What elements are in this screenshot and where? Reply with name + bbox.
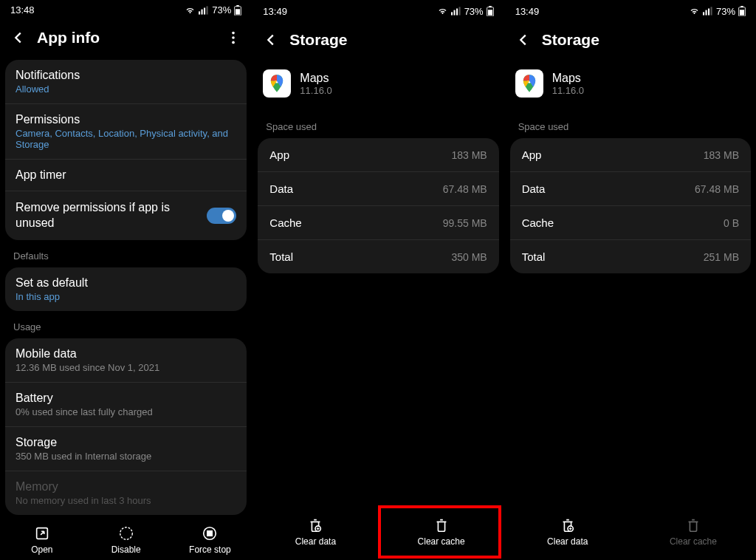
remove-permissions-row[interactable]: Remove permissions if app is unused (5, 191, 247, 240)
storage-value: 350 MB (451, 251, 487, 263)
storage-card: App 183 MB Data 67.48 MB Cache 99.55 MB … (258, 138, 498, 273)
battery-icon (738, 6, 746, 16)
battery-icon (234, 5, 241, 16)
trash-icon (433, 517, 450, 533)
open-button[interactable]: Open (9, 522, 75, 558)
row-sub: No memory used in last 3 hours (16, 495, 236, 506)
storage-value: 67.48 MB (443, 183, 487, 195)
svg-rect-25 (708, 9, 709, 16)
app-name: Maps (300, 72, 331, 85)
signal-icon (199, 6, 209, 15)
clear-data-button[interactable]: Clear data (505, 514, 630, 550)
battery-text: 73% (464, 6, 484, 17)
svg-rect-13 (207, 530, 212, 535)
svg-rect-17 (458, 7, 460, 15)
storage-cache-row: Cache 0 B (510, 206, 751, 240)
app-text: Maps 11.16.0 (300, 72, 331, 96)
open-icon (34, 525, 50, 542)
header: App info (0, 18, 252, 60)
row-sub: 12.36 MB used since Nov 1, 2021 (16, 362, 236, 373)
force-stop-button[interactable]: Force stop (176, 522, 243, 558)
header: Storage (505, 21, 756, 62)
storage-label: App (522, 148, 542, 161)
storage-value: 251 MB (704, 251, 739, 263)
battery-text: 73% (716, 6, 735, 17)
storage-value: 99.55 MB (443, 217, 487, 229)
wifi-icon (437, 7, 448, 16)
status-time: 13:49 (263, 6, 287, 17)
defaults-header: Defaults (0, 240, 252, 267)
trash-icon (560, 517, 576, 533)
storage-value: 183 MB (451, 149, 487, 161)
svg-rect-1 (202, 9, 203, 14)
space-used-header: Space used (505, 111, 756, 138)
svg-rect-29 (740, 10, 744, 15)
memory-row[interactable]: Memory No memory used in last 3 hours (5, 471, 247, 515)
app-info-row: Maps 11.16.0 (505, 62, 756, 111)
storage-data-row: Data 67.48 MB (510, 172, 751, 206)
status-bar: 13:49 73% (505, 0, 756, 21)
app-name: Maps (552, 72, 584, 85)
svg-rect-15 (453, 10, 455, 16)
back-icon[interactable] (10, 30, 27, 46)
clear-data-button[interactable]: Clear data (252, 514, 378, 550)
button-label: Clear cache (418, 536, 465, 547)
app-version: 11.16.0 (300, 85, 331, 96)
svg-rect-16 (456, 9, 458, 16)
svg-point-7 (232, 32, 235, 35)
maps-app-icon (515, 69, 543, 98)
row-label: Notifications (16, 69, 236, 82)
svg-point-8 (232, 36, 235, 39)
mobile-data-row[interactable]: Mobile data 12.36 MB used since Nov 1, 2… (5, 338, 247, 383)
clear-cache-button[interactable]: Clear cache (379, 514, 504, 550)
storage-row[interactable]: Storage 350 MB used in Internal storage (5, 427, 247, 471)
button-label: Clear cache (670, 536, 717, 547)
row-label: Permissions (16, 113, 236, 126)
row-sub: 0% used since last fully charged (16, 406, 236, 417)
storage-total-row: Total 350 MB (258, 240, 498, 273)
back-icon[interactable] (515, 32, 532, 48)
header: Storage (252, 21, 504, 62)
storage-total-row: Total 251 MB (510, 240, 751, 273)
storage-card: App 183 MB Data 67.48 MB Cache 0 B Total… (510, 138, 751, 273)
app-timer-row[interactable]: App timer (5, 160, 247, 191)
more-icon[interactable] (225, 30, 241, 46)
disable-button[interactable]: Disable (93, 522, 159, 558)
notifications-row[interactable]: Notifications Allowed (5, 60, 247, 104)
button-label: Open (31, 544, 52, 555)
screen-storage-after: 13:49 73% Storage Maps 11.16.0 Space use… (504, 0, 756, 560)
signal-icon (703, 7, 713, 16)
storage-value: 183 MB (704, 149, 739, 161)
page-title: App info (37, 29, 215, 47)
settings-card: Notifications Allowed Permissions Camera… (5, 60, 247, 240)
svg-rect-6 (236, 9, 240, 14)
svg-rect-24 (705, 10, 707, 16)
storage-label: Total (269, 250, 293, 263)
button-label: Force stop (189, 544, 231, 555)
svg-rect-3 (207, 6, 208, 14)
button-label: Clear data (547, 536, 588, 547)
bottom-bar: Open Disable Force stop (0, 515, 252, 560)
storage-data-row: Data 67.48 MB (258, 172, 498, 206)
battery-row[interactable]: Battery 0% used since last fully charged (5, 383, 247, 427)
svg-rect-14 (451, 12, 453, 15)
storage-app-row: App 183 MB (510, 138, 751, 172)
wifi-icon (689, 7, 700, 16)
signal-icon (451, 7, 461, 16)
status-right: 73% (437, 6, 494, 17)
storage-value: 0 B (724, 217, 739, 229)
toggle-switch[interactable] (207, 208, 236, 224)
screen-app-info: 13:48 73% App info Notifications Allowed… (0, 0, 252, 560)
storage-app-row: App 183 MB (258, 138, 498, 172)
svg-rect-0 (199, 11, 200, 14)
page-title: Storage (542, 31, 746, 49)
trash-icon (307, 517, 323, 533)
status-time: 13:48 (10, 4, 35, 16)
row-label: Mobile data (16, 347, 236, 361)
permissions-row[interactable]: Permissions Camera, Contacts, Location, … (5, 104, 247, 160)
storage-label: Data (522, 182, 546, 195)
back-icon[interactable] (263, 32, 279, 48)
row-label: Battery (16, 392, 236, 405)
status-time: 13:49 (515, 6, 540, 17)
set-default-row[interactable]: Set as default In this app (5, 267, 247, 311)
